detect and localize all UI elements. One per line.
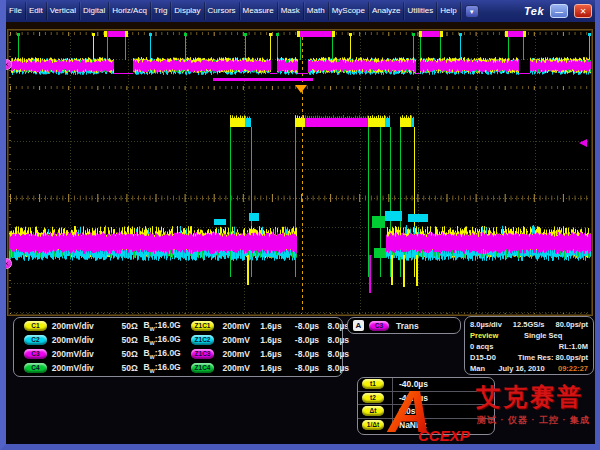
ch4-scale: 200mV/div: [52, 363, 110, 373]
z1c3-time: 1.6µs: [250, 349, 282, 359]
trigger-a-icon: A: [353, 320, 364, 331]
ch2-scale: 200mV/div: [52, 335, 110, 345]
menu-utilities[interactable]: Utilities: [404, 2, 437, 20]
acqs-row: 0 acqs RL:1.0M: [470, 341, 588, 352]
cursor-t2-badge[interactable]: t2: [362, 393, 384, 403]
close-button[interactable]: ✕: [574, 4, 592, 18]
chevron-down-icon: ▼: [469, 9, 475, 15]
datetime-row: Man July 16, 2010 09:22:27: [470, 363, 588, 374]
menu-cursors[interactable]: Cursors: [205, 2, 240, 20]
channel-row-c4: C4 200mV/div 50Ω BW:16.0G Z1C4 200mV 1.6…: [21, 361, 349, 375]
z1c1-badge[interactable]: Z1C1: [191, 321, 215, 331]
cursor-dt-badge[interactable]: Δt: [362, 406, 384, 416]
menu-overflow-button[interactable]: ▼: [465, 5, 479, 18]
acquisition-mode-row: Preview Single Seq: [470, 330, 588, 341]
horizontal-readout-panel: 8.0µs/div 12.5GS/s 80.0ps/pt Preview Sin…: [464, 316, 594, 375]
menu-math[interactable]: Math: [304, 2, 329, 20]
z1c2-time: 1.6µs: [250, 335, 282, 345]
menu-digital[interactable]: Digital: [80, 2, 109, 20]
menu-bar: File Edit Vertical Digital Horiz/Acq Tri…: [6, 0, 595, 22]
cursor-inv-dt-badge[interactable]: 1/Δt: [362, 420, 384, 430]
z1c4-scale: 200mV: [214, 363, 250, 373]
menu-help[interactable]: Help: [437, 2, 460, 20]
cursor-dt-value: 0.0s: [392, 405, 494, 418]
channel-row-c3: C3 200mV/div 50Ω BW:16.0G Z1C3 200mV 1.6…: [21, 347, 349, 361]
menu-horiz-acq[interactable]: Horiz/Acq: [109, 2, 151, 20]
menu-edit[interactable]: Edit: [26, 2, 47, 20]
z1c4-badge[interactable]: Z1C4: [191, 363, 215, 373]
ch1-impedance: 50Ω: [110, 321, 138, 331]
trigger-position-marker[interactable]: [295, 85, 307, 93]
z1c4-time: 1.6µs: [250, 363, 282, 373]
record-length: RL:1.0M: [559, 341, 588, 352]
cursor-row-dt: Δt 0.0s: [358, 405, 494, 419]
tek-logo: Tek: [524, 5, 544, 17]
menu-trig[interactable]: Trig: [151, 2, 171, 20]
z1c4-end: 8.0µs: [319, 363, 349, 373]
menu-myscope[interactable]: MyScope: [329, 2, 369, 20]
z1c1-end: 8.0µs: [319, 321, 349, 331]
channel-readout-panel: C1 200mV/div 50Ω BW:16.0G Z1C1 200mV 1.6…: [13, 317, 343, 377]
cursor-t1-value: -40.0µs: [392, 378, 494, 391]
sample-rate: 12.5GS/s: [513, 319, 545, 330]
trigger-source-badge: C3: [369, 321, 389, 331]
channel-row-c2: C2 200mV/div 50Ω BW:16.0G Z1C2 200mV 1.6…: [21, 333, 349, 347]
watermark-tagline: 测试 · 仪器 · 工控 · 集成: [477, 414, 597, 427]
z1c1-scale: 200mV: [214, 321, 250, 331]
acquisition-count: 0 acqs: [470, 341, 493, 352]
z1c3-badge[interactable]: Z1C3: [191, 349, 215, 359]
digital-channels: D15-D0: [470, 352, 496, 363]
man-label: Man: [470, 363, 485, 374]
ch2-badge[interactable]: C2: [24, 335, 47, 345]
scope-window: File Edit Vertical Digital Horiz/Acq Tri…: [0, 0, 600, 450]
z1c2-badge[interactable]: Z1C2: [191, 335, 215, 345]
ch3-badge[interactable]: C3: [24, 349, 47, 359]
clock-label: 09:22:27: [558, 363, 588, 374]
readout-area: C1 200mV/div 50Ω BW:16.0G Z1C1 200mV 1.6…: [6, 316, 595, 444]
date-label: July 16, 2010: [498, 363, 544, 374]
cursor-row-t2: t2 -40.0µs: [358, 392, 494, 406]
menu-measure[interactable]: Measure: [240, 2, 278, 20]
z1c2-end: 8.0µs: [319, 335, 349, 345]
ch2-bandwidth: BW:16.0G: [138, 334, 181, 346]
z1c2-start: -8.0µs: [282, 335, 319, 345]
menu-mask[interactable]: Mask: [278, 2, 304, 20]
menu-vertical[interactable]: Vertical: [47, 2, 80, 20]
menu-display[interactable]: Display: [171, 2, 204, 20]
trigger-type: Trans: [396, 321, 419, 331]
cursor-t2-value: -40.0µs: [392, 392, 494, 405]
time-resolution: Time Res: 80.0ps/pt: [518, 352, 588, 363]
ch2-impedance: 50Ω: [110, 335, 138, 345]
trigger-readout-panel[interactable]: A C3 Trans: [347, 317, 461, 334]
z1c3-start: -8.0µs: [282, 349, 319, 359]
ch3-bandwidth: BW:16.0G: [138, 348, 181, 360]
horizontal-scale: 8.0µs/div: [470, 319, 502, 330]
ch3-impedance: 50Ω: [110, 349, 138, 359]
minimize-button[interactable]: —: [550, 4, 568, 18]
menu-file[interactable]: File: [6, 2, 26, 20]
digital-row: D15-D0 Time Res: 80.0ps/pt: [470, 352, 588, 363]
cursor-readout-panel: t1 -40.0µs t2 -40.0µs Δt 0.0s 1/Δt NaNHz: [357, 377, 495, 435]
ch1-badge[interactable]: C1: [24, 321, 47, 331]
menu-analyze[interactable]: Analyze: [369, 2, 404, 20]
minimize-icon: —: [555, 7, 563, 16]
ch1-bandwidth: BW:16.0G: [138, 320, 181, 332]
cursor-inv-dt-value: NaNHz: [392, 419, 494, 433]
z1c3-level-marker[interactable]: [579, 139, 587, 147]
cursor-t1-badge[interactable]: t1: [362, 379, 384, 389]
ch3-overview-position-handle[interactable]: ✕: [1, 59, 12, 70]
point-resolution: 80.0ps/pt: [555, 319, 588, 330]
z1c4-start: -8.0µs: [282, 363, 319, 373]
ch1-scale: 200mV/div: [52, 321, 110, 331]
waveform-display[interactable]: [7, 29, 593, 316]
preview-status: Preview: [470, 330, 498, 341]
ch4-badge[interactable]: C4: [24, 363, 47, 373]
horizontal-scale-row: 8.0µs/div 12.5GS/s 80.0ps/pt: [470, 319, 588, 330]
z1c1-time: 1.6µs: [250, 321, 282, 331]
z1c1-start: -8.0µs: [282, 321, 319, 331]
sequence-mode: Single Seq: [524, 330, 562, 341]
ch3-zoom-position-handle[interactable]: ✕: [1, 258, 12, 269]
cursor-row-t1: t1 -40.0µs: [358, 378, 494, 392]
z1c3-end: 8.0µs: [319, 349, 349, 359]
z1c3-scale: 200mV: [214, 349, 250, 359]
